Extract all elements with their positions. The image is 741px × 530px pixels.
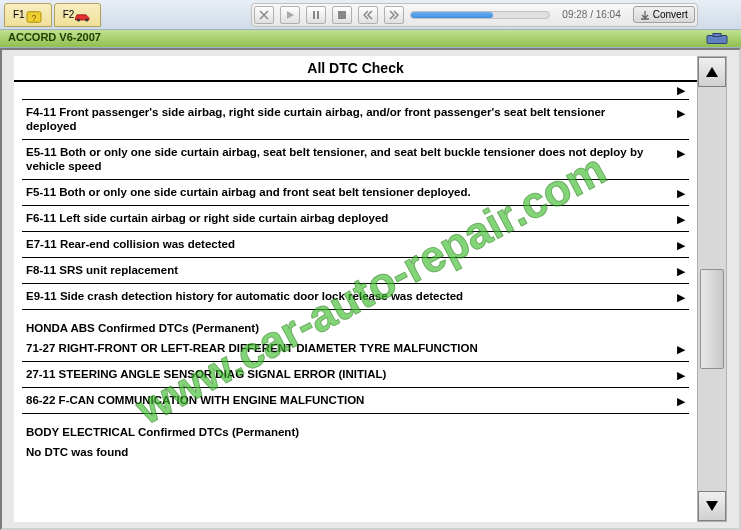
time-display: 09:28 / 16:04 — [562, 9, 620, 20]
forward-icon — [389, 10, 399, 20]
progress-fill — [411, 12, 492, 18]
breadcrumb: ACCORD V6-2007 — [0, 30, 741, 48]
triangle-down-icon — [705, 499, 719, 513]
tab-f1[interactable]: F1 ? — [4, 3, 52, 27]
help-icon: ? — [25, 10, 43, 24]
play-icon — [285, 10, 295, 20]
chevron-right-icon: ▶ — [677, 145, 685, 160]
rewind-icon — [363, 10, 373, 20]
list-item[interactable]: 71-27 RIGHT-FRONT OR LEFT-REAR DIFFERENT… — [22, 336, 689, 362]
pause-icon — [311, 10, 321, 20]
svg-text:?: ? — [31, 12, 36, 22]
chevron-right-icon: ▶ — [677, 263, 685, 278]
list-item[interactable]: 86-22 F-CAN COMMUNICATION WITH ENGINE MA… — [22, 388, 689, 414]
list-item[interactable]: F8-11 SRS unit replacement▶ — [22, 258, 689, 284]
toolbox-icon — [703, 31, 733, 46]
svg-rect-5 — [317, 11, 319, 19]
dtc-text: F8-11 SRS unit replacement — [26, 263, 677, 277]
stop-icon — [337, 10, 347, 20]
list-item[interactable]: F5-11 Both or only one side curtain airb… — [22, 180, 689, 206]
dtc-text: E9-11 Side crash detection history for a… — [26, 289, 677, 303]
svg-rect-4 — [313, 11, 315, 19]
list-item[interactable]: E7-11 Rear-end collision was detected▶ — [22, 232, 689, 258]
svg-rect-8 — [713, 34, 721, 37]
pause-button[interactable] — [306, 6, 326, 24]
play-button[interactable] — [280, 6, 300, 24]
x-icon — [259, 10, 269, 20]
dtc-list: x▶ F4-11 Front passenger's side airbag, … — [14, 82, 697, 464]
top-toolbar: F1 ? F2 09:28 / 16:04 Convert — [0, 0, 741, 30]
vehicle-title: ACCORD V6-2007 — [8, 31, 101, 46]
dtc-text: F4-11 Front passenger's side airbag, rig… — [26, 105, 677, 134]
download-icon — [640, 10, 650, 20]
scroll-down-button[interactable] — [698, 491, 726, 521]
svg-point-3 — [86, 18, 89, 21]
forward-button[interactable] — [384, 6, 404, 24]
close-button[interactable] — [254, 6, 274, 24]
dtc-text: E5-11 Both or only one side curtain airb… — [26, 145, 677, 174]
tab-strip: F1 ? F2 — [4, 3, 101, 27]
convert-label: Convert — [653, 9, 688, 20]
chevron-right-icon: ▶ — [677, 341, 685, 356]
svg-point-2 — [77, 18, 80, 21]
no-dtc-text: No DTC was found — [26, 445, 685, 459]
scroll-up-button[interactable] — [698, 57, 726, 87]
scroll-thumb[interactable] — [700, 269, 724, 369]
chevron-right-icon: ▶ — [677, 105, 685, 120]
scroll-track[interactable] — [698, 87, 726, 491]
dtc-text: 27-11 STEERING ANGLE SENSOR DIAG SIGNAL … — [26, 367, 677, 381]
progress-slider[interactable] — [410, 11, 550, 19]
main-area: All DTC Check x▶ F4-11 Front passenger's… — [0, 48, 741, 530]
media-controls: 09:28 / 16:04 Convert — [251, 3, 697, 27]
dtc-text: 71-27 RIGHT-FRONT OR LEFT-REAR DIFFERENT… — [26, 341, 677, 355]
chevron-right-icon: ▶ — [677, 211, 685, 226]
car-icon — [74, 10, 92, 24]
chevron-right-icon: ▶ — [677, 82, 685, 97]
tab-label: F2 — [63, 9, 75, 20]
list-item[interactable]: F4-11 Front passenger's side airbag, rig… — [22, 100, 689, 140]
list-item[interactable]: F6-11 Left side curtain airbag or right … — [22, 206, 689, 232]
svg-rect-6 — [338, 11, 346, 19]
chevron-right-icon: ▶ — [677, 237, 685, 252]
tab-f2[interactable]: F2 — [54, 3, 102, 27]
triangle-up-icon — [705, 65, 719, 79]
list-item: No DTC was found — [22, 440, 689, 464]
section-header-abs: HONDA ABS Confirmed DTCs (Permanent) — [22, 310, 689, 336]
content-pane: All DTC Check x▶ F4-11 Front passenger's… — [14, 56, 697, 522]
dtc-text: F6-11 Left side curtain airbag or right … — [26, 211, 677, 225]
vertical-scrollbar[interactable] — [697, 56, 727, 522]
list-item[interactable]: E9-11 Side crash detection history for a… — [22, 284, 689, 310]
pane-title: All DTC Check — [14, 56, 697, 82]
rewind-button[interactable] — [358, 6, 378, 24]
section-header-body: BODY ELECTRICAL Confirmed DTCs (Permanen… — [22, 414, 689, 440]
convert-button[interactable]: Convert — [633, 6, 695, 23]
dtc-text: E7-11 Rear-end collision was detected — [26, 237, 677, 251]
list-item[interactable]: 27-11 STEERING ANGLE SENSOR DIAG SIGNAL … — [22, 362, 689, 388]
dtc-text: 86-22 F-CAN COMMUNICATION WITH ENGINE MA… — [26, 393, 677, 407]
chevron-right-icon: ▶ — [677, 393, 685, 408]
dtc-text: F5-11 Both or only one side curtain airb… — [26, 185, 677, 199]
list-item-cutoff[interactable]: x▶ — [22, 82, 689, 100]
stop-button[interactable] — [332, 6, 352, 24]
tab-label: F1 — [13, 9, 25, 20]
list-item[interactable]: E5-11 Both or only one side curtain airb… — [22, 140, 689, 180]
chevron-right-icon: ▶ — [677, 185, 685, 200]
chevron-right-icon: ▶ — [677, 289, 685, 304]
chevron-right-icon: ▶ — [677, 367, 685, 382]
